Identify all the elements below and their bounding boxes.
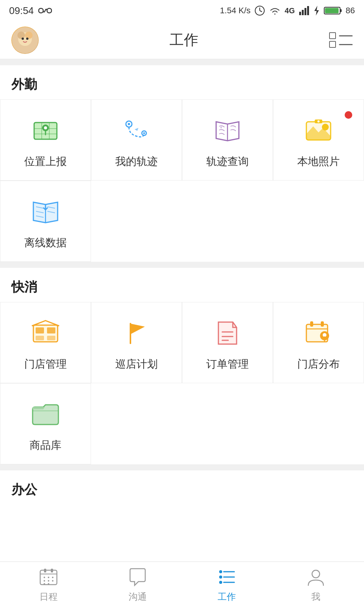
speed: 1.54 K/s <box>220 6 251 16</box>
patrol-plan-label: 巡店计划 <box>115 357 158 371</box>
nav-work-label: 工作 <box>218 591 236 603</box>
svg-rect-46 <box>310 321 313 327</box>
store-manage-cell[interactable]: 门店管理 <box>0 302 91 383</box>
store-dist-cell[interactable]: 门店分布 <box>273 302 364 383</box>
my-track-icon <box>120 113 153 147</box>
svg-point-13 <box>17 31 25 39</box>
svg-rect-10 <box>325 8 339 13</box>
battery-icon <box>324 6 342 16</box>
local-photo-label: 本地照片 <box>297 154 340 169</box>
wifi-icon <box>269 6 281 16</box>
menu-line-2 <box>339 44 353 45</box>
svg-point-25 <box>128 123 130 125</box>
svg-point-56 <box>52 577 53 578</box>
red-dot <box>345 111 352 119</box>
svg-point-31 <box>322 124 329 131</box>
nav-schedule-label: 日程 <box>39 591 58 603</box>
svg-rect-47 <box>321 321 324 327</box>
svg-point-58 <box>48 580 49 582</box>
track-query-label: 轨迹查询 <box>206 154 249 169</box>
section-field: 外勤 位置上报 <box>0 65 364 262</box>
chat-icon <box>127 566 148 588</box>
store-dist-icon <box>302 316 335 349</box>
menu-box-2 <box>329 41 336 48</box>
field-grid: 位置上报 我的轨迹 <box>0 99 364 181</box>
svg-point-68 <box>312 570 320 578</box>
status-left: 09:54 <box>9 5 52 17</box>
empty-cell-1 <box>91 181 182 262</box>
local-photo-icon <box>302 113 335 147</box>
offline-data-icon <box>29 195 62 228</box>
nav-chat[interactable]: 沟通 <box>93 566 182 603</box>
location-report-cell[interactable]: 位置上报 <box>0 99 91 181</box>
section-field-title: 外勤 <box>0 65 364 99</box>
menu-box-1 <box>329 32 336 39</box>
svg-rect-6 <box>307 6 309 15</box>
bars-icon <box>299 6 309 16</box>
battery-level: 86 <box>346 6 355 16</box>
order-manage-cell[interactable]: 订单管理 <box>182 302 273 383</box>
store-manage-label: 门店管理 <box>24 357 67 371</box>
svg-line-2 <box>260 11 262 12</box>
menu-button[interactable] <box>329 32 353 48</box>
svg-marker-29 <box>220 126 222 129</box>
nav-work[interactable]: 工作 <box>182 566 271 603</box>
section-fmcg: 快消 门店管理 <box>0 268 364 464</box>
status-bar: 09:54 1.54 K/s 4G <box>0 0 364 21</box>
svg-rect-37 <box>47 327 55 333</box>
product-lib-label: 商品库 <box>30 438 61 453</box>
local-photo-cell[interactable]: 本地照片 <box>273 99 364 181</box>
svg-rect-3 <box>299 12 301 15</box>
product-lib-cell[interactable]: 商品库 <box>0 383 91 464</box>
field-grid-row2: 离线数据 <box>0 181 364 262</box>
nav-me[interactable]: 我 <box>271 566 360 603</box>
order-manage-icon <box>211 316 244 349</box>
svg-point-66 <box>219 581 222 584</box>
svg-point-62 <box>219 570 222 573</box>
bottom-nav: 日程 沟通 工作 <box>0 561 364 607</box>
svg-rect-39 <box>47 336 55 340</box>
bolt-icon <box>313 5 320 16</box>
header: 工作 <box>0 21 364 59</box>
me-icon <box>305 566 326 588</box>
product-lib-icon <box>29 397 62 431</box>
svg-point-64 <box>219 576 222 579</box>
my-track-cell[interactable]: 我的轨迹 <box>91 99 182 181</box>
svg-point-60 <box>44 583 45 585</box>
svg-point-57 <box>44 580 45 582</box>
location-report-label: 位置上报 <box>24 154 67 169</box>
empty-fmcg-3 <box>273 383 364 464</box>
offline-data-cell[interactable]: 离线数据 <box>0 181 91 262</box>
svg-marker-7 <box>314 6 319 16</box>
status-right: 1.54 K/s 4G 86 <box>220 5 355 16</box>
svg-rect-4 <box>302 10 304 15</box>
nav-me-label: 我 <box>311 591 320 603</box>
schedule-icon <box>38 566 59 588</box>
signal-bars: 4G <box>285 6 295 15</box>
svg-point-23 <box>44 126 47 129</box>
menu-line-1 <box>339 35 353 36</box>
section-office-title: 办公 <box>0 470 364 505</box>
work-icon <box>216 566 237 588</box>
svg-rect-9 <box>340 9 342 12</box>
patrol-plan-cell[interactable]: 巡店计划 <box>91 302 182 383</box>
avatar[interactable] <box>11 27 39 54</box>
empty-cell-3 <box>273 181 364 262</box>
order-manage-label: 订单管理 <box>206 357 249 371</box>
svg-point-61 <box>48 583 49 585</box>
empty-fmcg-1 <box>91 383 182 464</box>
svg-point-14 <box>25 31 33 39</box>
svg-point-16 <box>26 38 28 40</box>
nav-schedule[interactable]: 日程 <box>4 566 93 603</box>
patrol-plan-icon <box>120 316 153 349</box>
store-manage-icon <box>29 316 62 349</box>
time: 09:54 <box>9 5 34 17</box>
svg-rect-38 <box>36 336 44 340</box>
svg-rect-36 <box>36 327 44 333</box>
svg-rect-53 <box>51 569 53 572</box>
section-fmcg-title: 快消 <box>0 268 364 302</box>
svg-point-33 <box>317 120 320 123</box>
clock-icon <box>254 5 265 16</box>
offline-data-label: 离线数据 <box>24 236 67 250</box>
track-query-cell[interactable]: 轨迹查询 <box>182 99 273 181</box>
